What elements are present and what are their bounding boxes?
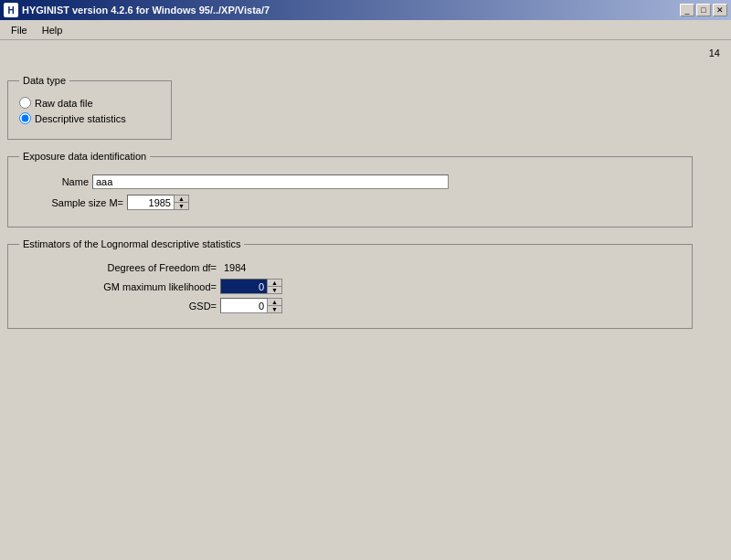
- restore-button[interactable]: □: [696, 4, 711, 16]
- sample-size-down-button[interactable]: ▼: [175, 203, 188, 209]
- name-row: Name: [19, 174, 681, 189]
- page-number: 14: [709, 48, 720, 58]
- gm-spinner: ▲ ▼: [220, 279, 282, 294]
- gsd-input[interactable]: [220, 298, 268, 313]
- estimators-group: Estimators of the Lognormal descriptive …: [7, 238, 693, 329]
- gsd-spinner-buttons: ▲ ▼: [268, 298, 282, 313]
- gm-spinner-buttons: ▲ ▼: [268, 279, 282, 294]
- raw-data-file-row: Raw data file: [19, 97, 160, 109]
- name-input[interactable]: [92, 174, 449, 189]
- gm-label: GM maximum likelihood=: [19, 281, 220, 292]
- df-value: 1984: [220, 262, 246, 273]
- name-label: Name: [19, 176, 92, 187]
- gsd-spinner: ▲ ▼: [220, 298, 282, 313]
- gsd-row: GSD= ▲ ▼: [19, 298, 681, 313]
- gm-row: GM maximum likelihood= ▲ ▼: [19, 279, 681, 294]
- main-content: 14 Data type Raw data file Descriptive s…: [0, 40, 731, 560]
- descriptive-stats-radio[interactable]: [19, 112, 31, 124]
- df-row: Degrees of Freedom df= 1984: [19, 262, 681, 273]
- data-type-legend: Data type: [19, 75, 69, 86]
- gsd-label: GSD=: [19, 301, 220, 312]
- close-button[interactable]: ✕: [713, 4, 727, 16]
- sample-size-label: Sample size M=: [19, 197, 127, 208]
- sample-size-spinner: ▲ ▼: [127, 195, 189, 210]
- df-label: Degrees of Freedom df=: [19, 262, 220, 273]
- window-controls: _ □ ✕: [680, 4, 727, 16]
- menu-bar: File Help: [0, 20, 731, 40]
- gm-up-button[interactable]: ▲: [268, 280, 281, 287]
- sample-size-row: Sample size M= ▲ ▼: [19, 195, 681, 210]
- raw-data-file-radio[interactable]: [19, 97, 31, 109]
- estimators-legend: Estimators of the Lognormal descriptive …: [19, 238, 244, 249]
- descriptive-stats-label[interactable]: Descriptive statistics: [35, 113, 126, 124]
- sample-size-input[interactable]: [127, 195, 175, 210]
- exposure-group: Exposure data identification Name Sample…: [7, 151, 693, 227]
- sample-size-up-button[interactable]: ▲: [175, 195, 188, 203]
- gm-input[interactable]: [220, 279, 268, 294]
- window-title: HYGINIST version 4.2.6 for Windows 95/..…: [22, 5, 270, 16]
- gsd-down-button[interactable]: ▼: [268, 306, 281, 312]
- menu-file[interactable]: File: [4, 23, 35, 37]
- gm-down-button[interactable]: ▼: [268, 287, 281, 293]
- gsd-up-button[interactable]: ▲: [268, 299, 281, 306]
- descriptive-stats-row: Descriptive statistics: [19, 112, 160, 124]
- app-icon: H: [4, 3, 18, 17]
- sample-size-spinner-buttons: ▲ ▼: [175, 195, 189, 210]
- exposure-legend: Exposure data identification: [19, 151, 150, 162]
- raw-data-file-label[interactable]: Raw data file: [35, 98, 93, 109]
- title-bar: H HYGINIST version 4.2.6 for Windows 95/…: [0, 0, 731, 20]
- data-type-group: Data type Raw data file Descriptive stat…: [7, 75, 172, 140]
- menu-help[interactable]: Help: [35, 23, 70, 37]
- minimize-button[interactable]: _: [680, 4, 694, 16]
